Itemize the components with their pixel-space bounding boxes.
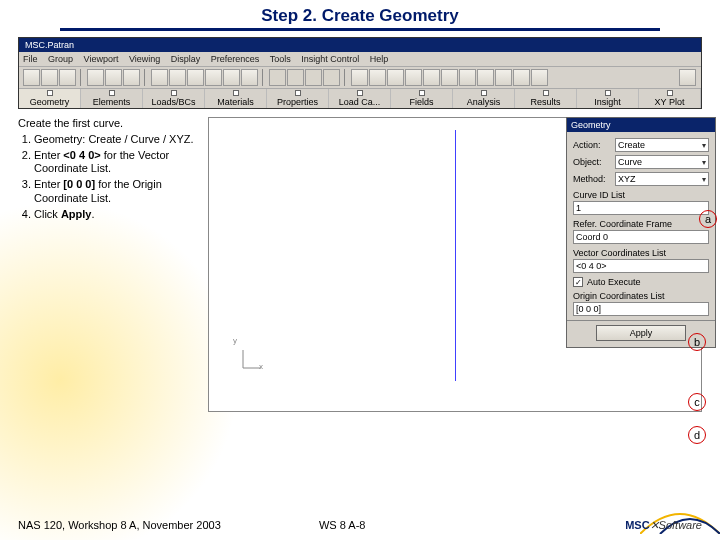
toolbar-icon[interactable] — [287, 69, 304, 86]
menu-viewport[interactable]: Viewport — [84, 54, 119, 64]
axis-y-label: y — [233, 336, 237, 345]
callout-d: d — [688, 426, 706, 444]
instruction-2: Enter <0 4 0> for the Vector Coordinate … — [34, 149, 198, 177]
toolbar-icon[interactable] — [531, 69, 548, 86]
chevron-down-icon: ▾ — [702, 158, 706, 167]
instructions: Create the first curve. Geometry: Create… — [18, 117, 198, 412]
toolbar-separator — [344, 69, 348, 86]
checkbox-icon: ✓ — [573, 277, 583, 287]
menu-file[interactable]: File — [23, 54, 38, 64]
menu-insight[interactable]: Insight Control — [301, 54, 359, 64]
menu-help[interactable]: Help — [370, 54, 389, 64]
toolbar-icon[interactable] — [87, 69, 104, 86]
curve-line — [455, 130, 456, 381]
menu-preferences[interactable]: Preferences — [211, 54, 260, 64]
curve-id-label: Curve ID List — [573, 190, 709, 200]
chevron-down-icon: ▾ — [702, 175, 706, 184]
tab-loadcases[interactable]: Load Ca... — [329, 89, 391, 108]
toolbar-icon[interactable] — [105, 69, 122, 86]
geometry-panel-title: Geometry — [567, 118, 715, 132]
toolbar-icon[interactable] — [477, 69, 494, 86]
method-label: Method: — [573, 174, 615, 184]
axis-indicator: y x — [237, 354, 267, 386]
action-label: Action: — [573, 140, 615, 150]
instruction-4: Click Apply. — [34, 208, 198, 222]
toolbar-icon[interactable] — [151, 69, 168, 86]
toolbar-icon[interactable] — [241, 69, 258, 86]
app-toolbar: MSC.Patran File Group Viewport Viewing D… — [18, 37, 702, 109]
vector-input[interactable]: <0 4 0> — [573, 259, 709, 273]
origin-input[interactable]: [0 0 0] — [573, 302, 709, 316]
refcoord-input[interactable]: Coord 0 — [573, 230, 709, 244]
object-select[interactable]: Curve▾ — [615, 155, 709, 169]
toolbar-icon[interactable] — [405, 69, 422, 86]
chevron-down-icon: ▾ — [702, 141, 706, 150]
tab-insight[interactable]: Insight — [577, 89, 639, 108]
auto-execute-checkbox[interactable]: ✓ Auto Execute — [573, 277, 709, 287]
menu-tools[interactable]: Tools — [270, 54, 291, 64]
toolbar-icon[interactable] — [513, 69, 530, 86]
tab-results[interactable]: Results — [515, 89, 577, 108]
auto-execute-label: Auto Execute — [587, 277, 641, 287]
toolbar-icon[interactable] — [269, 69, 286, 86]
app-titlebar: MSC.Patran — [19, 38, 701, 52]
footer: NAS 120, Workshop 8 A, November 2003 WS … — [18, 519, 702, 532]
object-label: Object: — [573, 157, 615, 167]
toolbar-icon[interactable] — [423, 69, 440, 86]
menu-viewing[interactable]: Viewing — [129, 54, 160, 64]
tab-geometry[interactable]: Geometry — [19, 89, 81, 108]
toolbar-icon[interactable] — [187, 69, 204, 86]
toolbar-icon[interactable] — [205, 69, 222, 86]
toolbar-row-1 — [19, 66, 701, 88]
toolbar-icon[interactable] — [495, 69, 512, 86]
tab-fields[interactable]: Fields — [391, 89, 453, 108]
footer-logo: MSC✕Software — [524, 519, 702, 532]
toolbar-icon[interactable] — [323, 69, 340, 86]
toolbar-icon[interactable] — [123, 69, 140, 86]
toolbar-icon[interactable] — [223, 69, 240, 86]
menu-group[interactable]: Group — [48, 54, 73, 64]
toolbar-icon[interactable] — [459, 69, 476, 86]
toolbar-icon[interactable] — [59, 69, 76, 86]
axis-x-label: x — [259, 362, 263, 371]
menubar[interactable]: File Group Viewport Viewing Display Pref… — [19, 52, 701, 66]
slide-title: Step 2. Create Geometry — [0, 0, 720, 28]
footer-center: WS 8 A-8 — [319, 519, 524, 532]
tab-elements[interactable]: Elements — [81, 89, 143, 108]
tab-properties[interactable]: Properties — [267, 89, 329, 108]
panel-divider — [567, 320, 715, 321]
toolbar-tabs: Geometry Elements Loads/BCs Materials Pr… — [19, 88, 701, 108]
toolbar-separator — [80, 69, 84, 86]
menu-display[interactable]: Display — [171, 54, 201, 64]
toolbar-icon[interactable] — [351, 69, 368, 86]
tab-materials[interactable]: Materials — [205, 89, 267, 108]
instruction-1: Geometry: Create / Curve / XYZ. — [34, 133, 198, 147]
title-underline — [60, 28, 660, 31]
instructions-lead: Create the first curve. — [18, 117, 198, 131]
toolbar-icon[interactable] — [369, 69, 386, 86]
method-select[interactable]: XYZ▾ — [615, 172, 709, 186]
footer-left: NAS 120, Workshop 8 A, November 2003 — [18, 519, 319, 532]
instruction-3: Enter [0 0 0] for the Origin Coordinate … — [34, 178, 198, 206]
refcoord-label: Refer. Coordinate Frame — [573, 219, 709, 229]
curve-id-input[interactable]: 1 — [573, 201, 709, 215]
geometry-panel: Geometry Action: Create▾ Object: Curve▾ … — [566, 117, 716, 348]
tab-loads[interactable]: Loads/BCs — [143, 89, 205, 108]
toolbar-icon[interactable] — [41, 69, 58, 86]
tab-xyplot[interactable]: XY Plot — [639, 89, 701, 108]
toolbar-separator — [262, 69, 266, 86]
toolbar-icon[interactable] — [387, 69, 404, 86]
toolbar-icon[interactable] — [169, 69, 186, 86]
toolbar-separator — [144, 69, 148, 86]
apply-button[interactable]: Apply — [596, 325, 686, 341]
tab-analysis[interactable]: Analysis — [453, 89, 515, 108]
action-select[interactable]: Create▾ — [615, 138, 709, 152]
toolbar-home-icon[interactable] — [679, 69, 696, 86]
origin-label: Origin Coordinates List — [573, 291, 709, 301]
toolbar-icon[interactable] — [305, 69, 322, 86]
vector-label: Vector Coordinates List — [573, 248, 709, 258]
toolbar-icon[interactable] — [23, 69, 40, 86]
toolbar-icon[interactable] — [441, 69, 458, 86]
